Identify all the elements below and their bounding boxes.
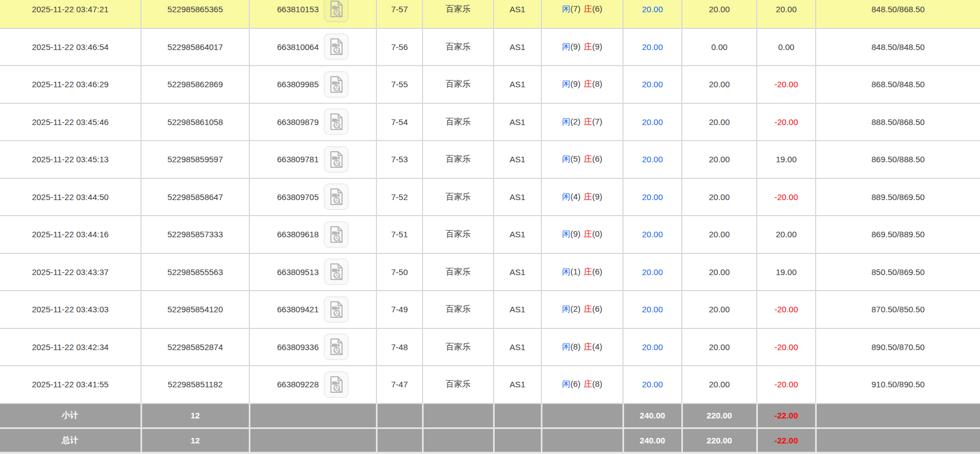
bet-record-row: 2025-11-22 03:43:03 522985854120 6638094…: [0, 291, 980, 328]
banker-score: (6): [592, 154, 602, 163]
player-score: (9): [570, 42, 580, 51]
banker-label: 庄: [584, 79, 592, 88]
game-result-cell: 闲(9)庄(0): [541, 216, 623, 253]
game-result-cell: 闲(1)庄(6): [541, 253, 623, 291]
player-label: 闲: [562, 192, 570, 201]
game-result-cell: 闲(8)庄(4): [541, 328, 623, 366]
valid-bet-cell: 20.00: [682, 178, 757, 216]
player-label: 闲: [562, 117, 570, 126]
balance-cell: 910.50/890.50: [816, 366, 980, 403]
banker-label: 庄: [584, 117, 592, 126]
bet-id-cell: 522985864017: [141, 28, 249, 66]
shoe-round-cell: 7-55: [376, 66, 423, 103]
banker-score: (6): [592, 267, 602, 276]
bet-record-row: 2025-11-22 03:43:37 522985855563 6638095…: [0, 253, 980, 291]
video-replay-button[interactable]: [324, 146, 349, 173]
player-label: 闲: [562, 267, 570, 276]
bet-record-row: 2025-11-22 03:45:46 522985861058 6638098…: [0, 103, 980, 141]
subtotal-row: 小计 12 240.00 220.00 -22.00: [0, 403, 980, 428]
video-replay-button[interactable]: [324, 108, 349, 135]
bet-time-cell: 2025-11-22 03:46:54: [0, 28, 141, 66]
summary-empty-cell: [816, 428, 980, 453]
round-id-text: 663809513: [277, 267, 319, 277]
bet-time-cell: 2025-11-22 03:47:21: [0, 0, 141, 28]
player-label: 闲: [562, 42, 570, 51]
bet-amount-cell: 20.00: [623, 141, 682, 178]
player-score: (8): [570, 342, 580, 351]
game-type-cell: 百家乐: [423, 103, 494, 141]
game-type-cell: 百家乐: [423, 291, 494, 328]
win-loss-cell: -20.00: [757, 66, 816, 103]
video-replay-button[interactable]: [324, 71, 349, 98]
game-type-cell: 百家乐: [423, 28, 494, 66]
summary-winloss-total-cell: -22.00: [757, 428, 816, 453]
bet-id-cell: 522985859597: [141, 141, 249, 178]
banker-score: (0): [592, 229, 602, 238]
table-name-cell: AS1: [494, 253, 541, 291]
player-score: (2): [570, 304, 580, 313]
bet-amount-cell: 20.00: [623, 0, 682, 28]
bet-record-row: 2025-11-22 03:46:54 522985864017 6638100…: [0, 28, 980, 66]
round-id-cell: 663809421: [249, 291, 376, 328]
balance-cell: 870.50/850.50: [816, 291, 980, 328]
summary-label-cell: 小计: [0, 403, 141, 428]
balance-cell: 848.50/848.50: [816, 28, 980, 66]
banker-label: 庄: [584, 154, 592, 163]
summary-valid-total-cell: 220.00: [682, 403, 757, 428]
table-name-cell: AS1: [494, 28, 541, 66]
player-score: (2): [570, 117, 580, 126]
valid-bet-cell: 20.00: [682, 253, 757, 291]
bet-id-cell: 522985865365: [141, 0, 249, 28]
summary-empty-cell: [249, 428, 376, 453]
win-loss-cell: -20.00: [757, 291, 816, 328]
player-label: 闲: [562, 229, 570, 238]
player-label: 闲: [562, 304, 570, 313]
bet-record-row: 2025-11-22 03:47:21 522985865365 6638101…: [0, 0, 980, 28]
video-replay-button[interactable]: [324, 371, 349, 398]
round-id-cell: 663809985: [249, 66, 376, 103]
bet-time-cell: 2025-11-22 03:46:29: [0, 66, 141, 103]
bet-id-cell: 522985854120: [141, 291, 249, 328]
banker-score: (9): [592, 192, 602, 201]
player-score: (9): [570, 229, 580, 238]
game-result-cell: 闲(2)庄(7): [541, 103, 623, 141]
video-replay-button[interactable]: [324, 33, 349, 60]
bet-record-row: 2025-11-22 03:44:16 522985857333 6638096…: [0, 216, 980, 253]
balance-cell: 868.50/848.50: [816, 66, 980, 103]
win-loss-cell: -20.00: [757, 178, 816, 216]
balance-cell: 869.50/889.50: [816, 216, 980, 253]
round-id-cell: 663809513: [249, 253, 376, 291]
banker-label: 庄: [584, 342, 592, 351]
bet-record-row: 2025-11-22 03:42:34 522985852874 6638093…: [0, 328, 980, 366]
round-id-text: 663809228: [277, 380, 319, 389]
game-type-cell: 百家乐: [423, 216, 494, 253]
summary-empty-cell: [494, 403, 541, 428]
bet-amount-cell: 20.00: [623, 178, 682, 216]
video-replay-button[interactable]: [324, 0, 349, 22]
shoe-round-cell: 7-50: [376, 253, 423, 291]
video-replay-button[interactable]: [324, 183, 349, 210]
round-id-cell: 663809879: [249, 103, 376, 141]
video-replay-button[interactable]: [324, 221, 349, 248]
game-result-cell: 闲(9)庄(8): [541, 66, 623, 103]
video-replay-button[interactable]: [324, 258, 349, 285]
video-replay-button[interactable]: [324, 333, 349, 360]
table-name-cell: AS1: [494, 366, 541, 403]
round-id-cell: 663809618: [249, 216, 376, 253]
player-label: 闲: [562, 4, 570, 13]
game-type-cell: 百家乐: [423, 178, 494, 216]
win-loss-cell: -20.00: [757, 328, 816, 366]
banker-score: (8): [592, 379, 602, 388]
video-replay-button[interactable]: [324, 296, 349, 323]
round-id-text: 663809985: [277, 79, 319, 89]
valid-bet-cell: 20.00: [682, 366, 757, 403]
summary-bet-total-cell: 240.00: [623, 403, 682, 428]
balance-cell: 889.50/869.50: [816, 178, 980, 216]
banker-score: (6): [592, 4, 602, 13]
table-name-cell: AS1: [494, 216, 541, 253]
shoe-round-cell: 7-49: [376, 291, 423, 328]
round-id-text: 663809618: [277, 230, 319, 239]
valid-bet-cell: 20.00: [682, 328, 757, 366]
bet-time-cell: 2025-11-22 03:42:34: [0, 328, 141, 366]
bet-time-cell: 2025-11-22 03:43:03: [0, 291, 141, 328]
